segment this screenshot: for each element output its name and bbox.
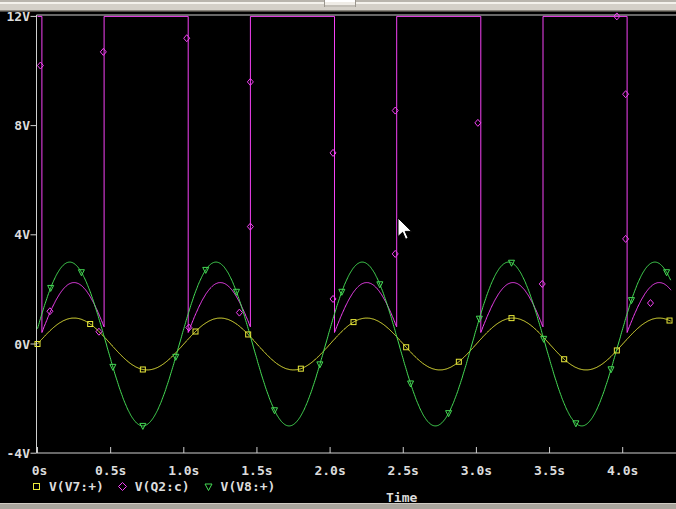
diamond-marker-icon bbox=[117, 481, 128, 492]
square-marker-icon bbox=[31, 481, 42, 492]
svg-text:3.0s: 3.0s bbox=[461, 463, 492, 478]
trace-3-vv8 bbox=[38, 262, 671, 426]
traces bbox=[38, 16, 672, 426]
diamond-marker-icon bbox=[539, 280, 545, 287]
svg-text:2.0s: 2.0s bbox=[314, 463, 345, 478]
diamond-marker-icon bbox=[623, 235, 629, 242]
legend-item-v7[interactable]: V(V7:+) bbox=[31, 479, 104, 494]
svg-text:0V: 0V bbox=[14, 337, 30, 352]
trace-1-vv7 bbox=[38, 318, 671, 370]
trace-2-vq2c bbox=[38, 16, 672, 332]
plot-frame bbox=[37, 15, 676, 453]
svg-text:0.5s: 0.5s bbox=[95, 463, 126, 478]
svg-text:0s: 0s bbox=[32, 463, 48, 478]
svg-text:4V: 4V bbox=[14, 227, 30, 242]
y-axis-ticks: -4V0V4V8V12V bbox=[7, 9, 37, 461]
svg-text:2.5s: 2.5s bbox=[388, 463, 419, 478]
legend-label: V(Q2:c) bbox=[135, 479, 190, 494]
diamond-marker-icon bbox=[330, 149, 336, 156]
triangle-down-marker-icon bbox=[203, 481, 214, 492]
diamond-marker-icon bbox=[392, 107, 398, 114]
legend-item-q2[interactable]: V(Q2:c) bbox=[117, 479, 190, 494]
diamond-marker-icon bbox=[100, 48, 106, 55]
waveform-plot-area[interactable]: 0s0.5s1.0s1.5s2.0s2.5s3.0s3.5s4.0s-4V0V4… bbox=[0, 0, 676, 509]
diamond-marker-icon bbox=[184, 35, 190, 42]
svg-text:12V: 12V bbox=[7, 9, 31, 24]
legend-label: V(V7:+) bbox=[49, 479, 104, 494]
diamond-marker-icon bbox=[37, 62, 43, 69]
legend-label: V(V8:+) bbox=[221, 479, 276, 494]
svg-text:1.5s: 1.5s bbox=[241, 463, 272, 478]
diamond-marker-icon bbox=[647, 300, 653, 307]
diamond-marker-icon bbox=[330, 295, 336, 302]
window-chrome-bottom bbox=[0, 503, 676, 509]
probe-window: 0s0.5s1.0s1.5s2.0s2.5s3.0s3.5s4.0s-4V0V4… bbox=[0, 0, 676, 509]
svg-text:1.0s: 1.0s bbox=[168, 463, 199, 478]
trace-legend: V(V7:+) V(Q2:c) V(V8:+) bbox=[31, 479, 275, 494]
svg-text:3.5s: 3.5s bbox=[534, 463, 565, 478]
svg-text:-4V: -4V bbox=[7, 446, 31, 461]
diamond-marker-icon bbox=[236, 309, 242, 316]
legend-item-v8[interactable]: V(V8:+) bbox=[203, 479, 276, 494]
trace-markers bbox=[35, 13, 672, 430]
x-axis-ticks: 0s0.5s1.0s1.5s2.0s2.5s3.0s3.5s4.0s bbox=[32, 447, 639, 478]
diamond-marker-icon bbox=[392, 250, 398, 257]
diamond-marker-icon bbox=[475, 119, 481, 126]
diamond-marker-icon bbox=[623, 91, 629, 98]
svg-text:4.0s: 4.0s bbox=[607, 463, 638, 478]
svg-text:8V: 8V bbox=[14, 118, 30, 133]
